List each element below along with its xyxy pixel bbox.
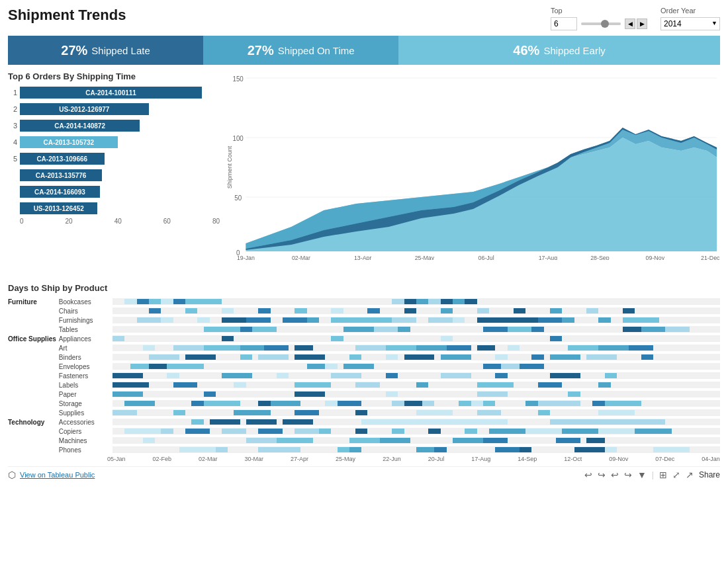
bar-fill[interactable]: US-2012-126977 xyxy=(20,103,149,115)
undo-icon[interactable]: ↩ xyxy=(584,470,592,480)
gantt-bar xyxy=(380,438,410,443)
top-slider-track xyxy=(581,22,621,25)
gantt-category-label xyxy=(8,399,56,408)
gantt-bar xyxy=(204,345,240,351)
gantt-row: Fasteners xyxy=(8,371,720,380)
gantt-subcategory-label: Storage xyxy=(56,399,113,408)
gantt-x-label: 05-Jan xyxy=(107,456,126,462)
gantt-bar xyxy=(258,354,289,360)
gantt-strip xyxy=(113,428,720,435)
top-slider-thumb[interactable] xyxy=(601,20,609,28)
layout-icon[interactable]: ⊞ xyxy=(659,470,667,480)
bar-fill[interactable]: CA-2013-109666 xyxy=(20,153,105,165)
gantt-subcategory-label: Supplies xyxy=(56,408,113,417)
ontime-label: Shipped On Time xyxy=(278,45,355,56)
gantt-bar xyxy=(416,410,453,415)
summary-ontime: 27% Shipped On Time xyxy=(203,36,398,65)
gantt-bar xyxy=(124,429,161,434)
expand-icon[interactable]: ⤢ xyxy=(672,470,680,480)
gantt-row: Office SuppliesAppliances xyxy=(8,334,720,343)
gantt-bar xyxy=(428,429,440,434)
footer-right: ↩ ↪ ↩ ↪ ▼ | ⊞ ⤢ ↗ Share xyxy=(584,470,720,480)
gantt-bar xyxy=(185,299,222,304)
gantt-bar-cell xyxy=(113,408,720,417)
gantt-bar xyxy=(428,317,453,323)
gantt-bar xyxy=(295,392,325,397)
share-label[interactable]: Share xyxy=(699,470,720,479)
gantt-bar xyxy=(404,308,416,313)
gantt-bar-cell xyxy=(113,352,720,362)
gantt-x-label: 07-Dec xyxy=(655,456,674,462)
bar-fill[interactable]: CA-2014-140872 xyxy=(20,120,140,132)
gantt-bar xyxy=(343,364,374,369)
gantt-category-label xyxy=(8,371,56,380)
gantt-bar xyxy=(149,354,179,360)
gantt-bar xyxy=(331,308,343,313)
area-chart-svg: 150 100 50 0 Shipment Count xyxy=(226,71,720,260)
gantt-x-label: 02-Feb xyxy=(153,456,172,462)
bar-axis-label: 60 xyxy=(163,218,171,225)
gantt-category-label xyxy=(8,445,56,454)
days-to-ship-grid: FurnitureBookcasesChairsFurnishingsTable… xyxy=(8,297,720,462)
dropdown-icon[interactable]: ▼ xyxy=(637,470,647,480)
gantt-strip xyxy=(113,382,720,388)
gantt-bar xyxy=(307,317,319,323)
svg-text:19-Jan: 19-Jan xyxy=(237,255,255,260)
gantt-bar xyxy=(550,373,580,378)
gantt-strip xyxy=(113,317,720,323)
gantt-x-label: 20-Jul xyxy=(428,456,445,462)
bar-row: US-2013-126452 xyxy=(8,201,220,216)
gantt-bar xyxy=(416,447,435,452)
top-arrow-right[interactable]: ▶ xyxy=(637,19,647,29)
bar-fill[interactable]: CA-2014-100111 xyxy=(20,87,202,99)
gantt-bar xyxy=(641,354,653,360)
gantt-category-label xyxy=(8,343,56,352)
bar-fill[interactable]: CA-2013-135776 xyxy=(20,169,102,181)
top-value-input[interactable] xyxy=(551,17,577,30)
gantt-bar xyxy=(434,419,471,425)
gantt-bar xyxy=(471,419,508,425)
tableau-link[interactable]: View on Tableau Public xyxy=(20,471,95,479)
top-arrow-left[interactable]: ◀ xyxy=(625,19,635,29)
gantt-subcategory-label: Bookcases xyxy=(56,297,113,306)
gantt-bar xyxy=(465,429,477,434)
gantt-bar xyxy=(295,308,306,313)
gantt-bar xyxy=(258,447,300,452)
gantt-bar xyxy=(483,327,508,332)
gantt-bar xyxy=(623,327,641,332)
bar-fill[interactable]: CA-2014-166093 xyxy=(20,186,100,198)
gantt-x-label: 14-Sep xyxy=(518,456,537,462)
gantt-bar xyxy=(635,429,671,434)
gantt-bar xyxy=(453,299,465,304)
forward-icon[interactable]: ↪ xyxy=(624,470,632,480)
gantt-bar-cell xyxy=(113,306,720,315)
gantt-bar xyxy=(598,429,635,434)
redo-icon[interactable]: ↪ xyxy=(598,470,606,480)
order-year-select[interactable]: 2011 2012 2013 2014 xyxy=(660,17,720,30)
bar-rank: 1 xyxy=(8,89,17,97)
gantt-strip xyxy=(113,372,720,379)
gantt-bar xyxy=(538,410,550,415)
gantt-bar xyxy=(550,354,580,360)
back-icon[interactable]: ↩ xyxy=(611,470,619,480)
summary-bar: 27% Shipped Late 27% Shipped On Time 46%… xyxy=(8,36,720,65)
bar-fill[interactable]: CA-2013-105732 xyxy=(20,136,118,148)
order-year-label: Order Year xyxy=(660,7,720,15)
gantt-subcategory-label: Copiers xyxy=(56,427,113,436)
days-to-ship-title: Days to Ship by Product xyxy=(8,283,720,293)
gantt-x-label: 27-Apr xyxy=(291,456,308,462)
bar-fill[interactable]: US-2013-126452 xyxy=(20,202,97,214)
gantt-bar xyxy=(453,438,483,443)
gantt-bar xyxy=(295,345,313,351)
gantt-bar xyxy=(222,373,252,378)
gantt-bar xyxy=(416,299,428,304)
gantt-category-label xyxy=(8,352,56,362)
gantt-bar xyxy=(386,373,398,378)
gantt-strip xyxy=(113,308,720,314)
bar-container: US-2013-126452 xyxy=(20,202,220,214)
bar-row: 4CA-2013-105732 xyxy=(8,135,220,149)
gantt-bar xyxy=(441,308,453,313)
gantt-bar xyxy=(149,308,161,313)
gantt-x-label: 30-Mar xyxy=(245,456,264,462)
share-icon[interactable]: ↗ xyxy=(686,470,694,480)
